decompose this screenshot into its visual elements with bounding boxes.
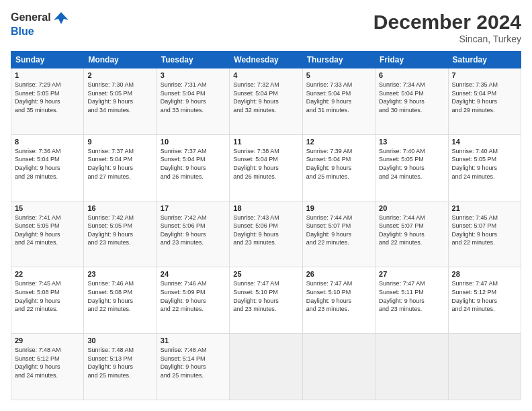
logo: General Blue [11, 11, 69, 38]
day-number: 7 [452, 71, 517, 79]
day-number: 12 [306, 138, 371, 146]
calendar-cell: 12Sunrise: 7:39 AMSunset: 5:04 PMDayligh… [302, 134, 375, 201]
day-info: Sunrise: 7:46 AMSunset: 5:08 PMDaylight:… [87, 279, 152, 313]
calendar-cell: 23Sunrise: 7:46 AMSunset: 5:08 PMDayligh… [84, 267, 157, 334]
day-info: Sunrise: 7:34 AMSunset: 5:04 PMDaylight:… [379, 81, 444, 114]
day-info: Sunrise: 7:40 AMSunset: 5:05 PMDaylight:… [379, 147, 444, 181]
calendar-cell [230, 334, 302, 400]
day-info: Sunrise: 7:43 AMSunset: 5:06 PMDaylight:… [233, 214, 298, 247]
calendar-cell: 3Sunrise: 7:31 AMSunset: 5:04 PMDaylight… [157, 68, 229, 135]
logo-general: General [11, 11, 51, 23]
calendar-cell: 11Sunrise: 7:38 AMSunset: 5:04 PMDayligh… [230, 134, 302, 201]
calendar-cell: 24Sunrise: 7:46 AMSunset: 5:09 PMDayligh… [157, 267, 229, 334]
calendar-cell: 6Sunrise: 7:34 AMSunset: 5:04 PMDaylight… [375, 68, 448, 135]
logo-text: General Blue [11, 11, 69, 38]
day-number: 25 [233, 270, 298, 278]
day-number: 8 [15, 138, 80, 146]
day-number: 22 [15, 270, 80, 278]
calendar-cell: 29Sunrise: 7:48 AMSunset: 5:12 PMDayligh… [11, 334, 84, 400]
day-number: 11 [233, 138, 298, 146]
day-info: Sunrise: 7:45 AMSunset: 5:07 PMDaylight:… [452, 214, 517, 247]
day-number: 3 [161, 71, 226, 79]
day-info: Sunrise: 7:45 AMSunset: 5:08 PMDaylight:… [15, 279, 80, 313]
day-info: Sunrise: 7:46 AMSunset: 5:09 PMDaylight:… [161, 279, 226, 313]
calendar-cell: 28Sunrise: 7:47 AMSunset: 5:12 PMDayligh… [448, 267, 521, 334]
calendar-cell: 5Sunrise: 7:33 AMSunset: 5:04 PMDaylight… [302, 68, 375, 135]
weekday-header-saturday: Saturday [448, 52, 521, 68]
day-number: 16 [87, 204, 152, 212]
calendar-week-4: 22Sunrise: 7:45 AMSunset: 5:08 PMDayligh… [11, 267, 521, 334]
day-number: 28 [452, 270, 517, 278]
calendar-cell: 4Sunrise: 7:32 AMSunset: 5:04 PMDaylight… [230, 68, 302, 135]
weekday-header-monday: Monday [84, 52, 157, 68]
day-number: 20 [379, 204, 444, 212]
calendar-cell: 7Sunrise: 7:35 AMSunset: 5:04 PMDaylight… [448, 68, 521, 135]
day-number: 2 [87, 71, 152, 79]
calendar-cell: 25Sunrise: 7:47 AMSunset: 5:10 PMDayligh… [230, 267, 302, 334]
calendar-cell: 15Sunrise: 7:41 AMSunset: 5:05 PMDayligh… [11, 201, 84, 267]
day-info: Sunrise: 7:32 AMSunset: 5:04 PMDaylight:… [233, 81, 298, 114]
day-info: Sunrise: 7:42 AMSunset: 5:06 PMDaylight:… [161, 214, 226, 247]
day-info: Sunrise: 7:47 AMSunset: 5:11 PMDaylight:… [379, 279, 444, 313]
day-info: Sunrise: 7:40 AMSunset: 5:05 PMDaylight:… [452, 147, 517, 181]
day-number: 29 [15, 336, 80, 345]
day-info: Sunrise: 7:37 AMSunset: 5:04 PMDaylight:… [161, 147, 226, 181]
calendar-cell: 13Sunrise: 7:40 AMSunset: 5:05 PMDayligh… [375, 134, 448, 201]
day-number: 30 [87, 336, 152, 345]
calendar-cell: 22Sunrise: 7:45 AMSunset: 5:08 PMDayligh… [11, 267, 84, 334]
day-number: 31 [161, 336, 226, 345]
day-number: 4 [233, 71, 298, 79]
day-number: 15 [15, 204, 80, 212]
day-number: 27 [379, 270, 444, 278]
calendar-cell: 21Sunrise: 7:45 AMSunset: 5:07 PMDayligh… [448, 201, 521, 267]
calendar-week-2: 8Sunrise: 7:36 AMSunset: 5:04 PMDaylight… [11, 134, 521, 201]
calendar-week-5: 29Sunrise: 7:48 AMSunset: 5:12 PMDayligh… [11, 334, 521, 400]
day-number: 13 [379, 138, 444, 146]
day-number: 23 [87, 270, 152, 278]
calendar-cell [302, 334, 375, 400]
calendar-cell: 18Sunrise: 7:43 AMSunset: 5:06 PMDayligh… [230, 201, 302, 267]
calendar-cell: 10Sunrise: 7:37 AMSunset: 5:04 PMDayligh… [157, 134, 229, 201]
day-number: 19 [306, 204, 371, 212]
day-info: Sunrise: 7:37 AMSunset: 5:04 PMDaylight:… [87, 147, 152, 181]
day-number: 9 [87, 138, 152, 146]
day-number: 26 [306, 270, 371, 278]
title-block: December 2024 Sincan, Turkey [373, 11, 521, 44]
day-number: 17 [161, 204, 226, 212]
day-info: Sunrise: 7:48 AMSunset: 5:14 PMDaylight:… [161, 346, 226, 379]
month-title: December 2024 [373, 11, 521, 34]
day-number: 5 [306, 71, 371, 79]
page: General Blue December 2024 Sincan, Turke… [0, 0, 532, 411]
weekday-header-sunday: Sunday [11, 52, 84, 68]
day-number: 14 [452, 138, 517, 146]
day-info: Sunrise: 7:38 AMSunset: 5:04 PMDaylight:… [233, 147, 298, 181]
calendar-cell: 30Sunrise: 7:48 AMSunset: 5:13 PMDayligh… [84, 334, 157, 400]
calendar-cell: 1Sunrise: 7:29 AMSunset: 5:05 PMDaylight… [11, 68, 84, 135]
day-info: Sunrise: 7:47 AMSunset: 5:10 PMDaylight:… [306, 279, 371, 313]
day-info: Sunrise: 7:29 AMSunset: 5:05 PMDaylight:… [15, 81, 80, 114]
day-info: Sunrise: 7:42 AMSunset: 5:05 PMDaylight:… [87, 214, 152, 247]
calendar-cell: 17Sunrise: 7:42 AMSunset: 5:06 PMDayligh… [157, 201, 229, 267]
calendar-table: SundayMondayTuesdayWednesdayThursdayFrid… [11, 51, 521, 400]
day-info: Sunrise: 7:47 AMSunset: 5:12 PMDaylight:… [452, 279, 517, 313]
location-subtitle: Sincan, Turkey [373, 34, 521, 44]
day-info: Sunrise: 7:47 AMSunset: 5:10 PMDaylight:… [233, 279, 298, 313]
day-number: 21 [452, 204, 517, 212]
calendar-cell: 19Sunrise: 7:44 AMSunset: 5:07 PMDayligh… [302, 201, 375, 267]
calendar-cell: 14Sunrise: 7:40 AMSunset: 5:05 PMDayligh… [448, 134, 521, 201]
weekday-header-wednesday: Wednesday [230, 52, 302, 68]
calendar-cell [375, 334, 448, 400]
calendar-cell: 20Sunrise: 7:44 AMSunset: 5:07 PMDayligh… [375, 201, 448, 267]
calendar-cell: 8Sunrise: 7:36 AMSunset: 5:04 PMDaylight… [11, 134, 84, 201]
day-number: 1 [15, 71, 80, 79]
day-number: 18 [233, 204, 298, 212]
calendar-cell: 26Sunrise: 7:47 AMSunset: 5:10 PMDayligh… [302, 267, 375, 334]
day-info: Sunrise: 7:44 AMSunset: 5:07 PMDaylight:… [379, 214, 444, 247]
day-number: 10 [161, 138, 226, 146]
weekday-header-thursday: Thursday [302, 52, 375, 68]
svg-marker-0 [54, 12, 69, 24]
weekday-header-tuesday: Tuesday [157, 52, 229, 68]
day-info: Sunrise: 7:33 AMSunset: 5:04 PMDaylight:… [306, 81, 371, 114]
day-info: Sunrise: 7:41 AMSunset: 5:05 PMDaylight:… [15, 214, 80, 247]
calendar-cell: 2Sunrise: 7:30 AMSunset: 5:05 PMDaylight… [84, 68, 157, 135]
